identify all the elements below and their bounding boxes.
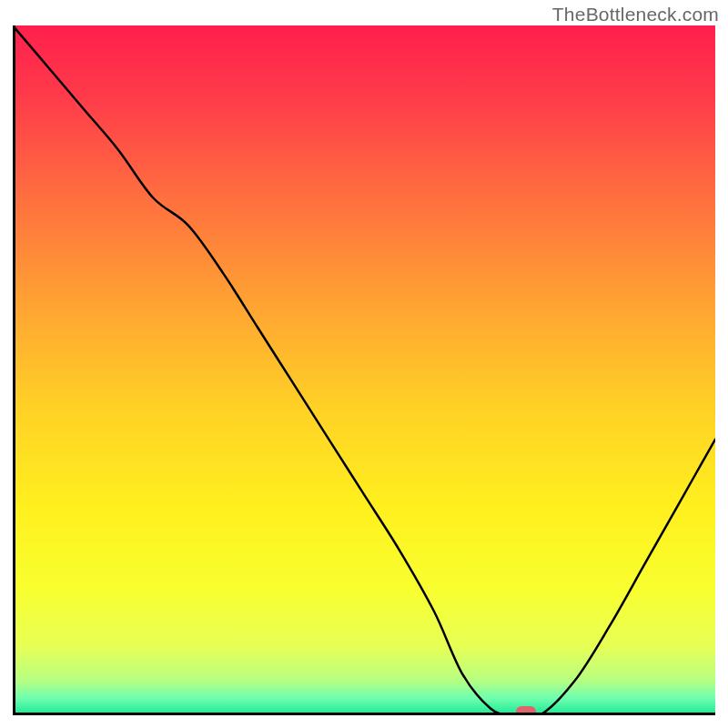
y-axis [13,25,15,715]
chart-container: TheBottleneck.com [0,0,728,728]
plot-area [13,25,715,715]
x-axis [13,713,715,715]
bottleneck-curve [13,25,715,715]
watermark-text: TheBottleneck.com [552,4,719,25]
